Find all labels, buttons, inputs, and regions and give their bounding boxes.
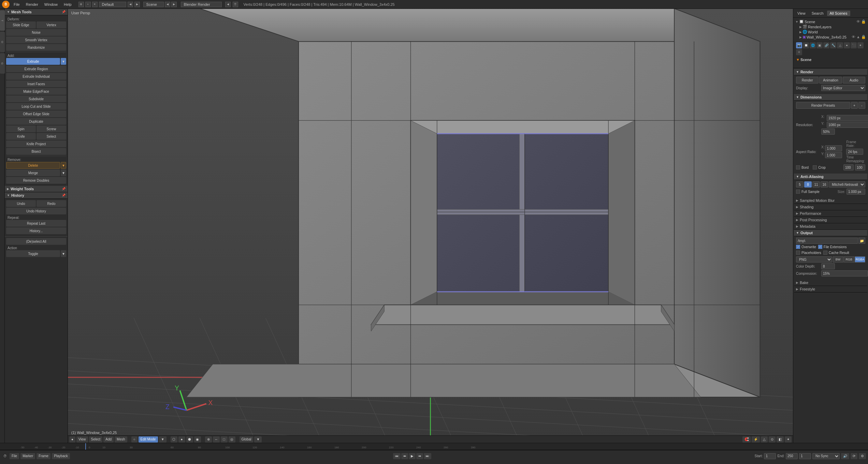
prev-frame-btn[interactable]: ⬅ (401, 453, 408, 459)
menu-render[interactable]: Render (23, 2, 41, 7)
render-presets-btn[interactable]: Render Presets (796, 102, 850, 109)
tab-all-scenes[interactable]: All Scenes (827, 11, 850, 16)
extrude-region-btn[interactable]: Extrude Region (6, 65, 66, 72)
props-render-icon[interactable]: 📷 (796, 42, 802, 48)
scene-name[interactable]: Scene (143, 2, 164, 7)
orientation-btn[interactable]: Global (240, 436, 254, 443)
size-input[interactable] (847, 189, 865, 195)
performance-section[interactable]: ▶ Performance (794, 210, 867, 217)
screen-split-icon[interactable]: ⊞ (78, 2, 84, 7)
spin-btn[interactable]: Spin (6, 125, 36, 132)
redo-btn[interactable]: Redo (37, 200, 66, 207)
vtab-options[interactable]: O (0, 32, 5, 52)
freestyle-section[interactable]: ▶ Freestyle (794, 286, 867, 293)
aa-filter-select[interactable]: Mitchell-Netravali (829, 181, 865, 188)
res-y-input[interactable] (827, 122, 868, 128)
shading-tex[interactable]: ⬢ (186, 436, 193, 443)
occlude[interactable]: ◧ (777, 436, 784, 443)
history-dot-btn[interactable]: History... (6, 227, 66, 234)
vtab-grease[interactable]: G (0, 53, 5, 74)
history-header[interactable]: ▼ History 📌 (5, 192, 68, 199)
snap2-icon[interactable]: ⚡ (752, 436, 760, 443)
repeat-last-btn[interactable]: Repeat Last (6, 220, 66, 227)
engine-nav[interactable]: ◀ (225, 2, 231, 7)
bisect-btn[interactable]: Bisect (6, 148, 66, 155)
frame-rate-input[interactable] (846, 149, 863, 155)
audio-mute[interactable]: 🔊 (841, 453, 849, 459)
screen-name[interactable]: Default (99, 2, 126, 7)
noise-btn[interactable]: Noise (6, 29, 66, 36)
tab-search[interactable]: Search (809, 11, 826, 16)
snap-icon[interactable]: 🧲 (742, 436, 751, 443)
loop-cut-btn[interactable]: Loop Cut and Slide (6, 103, 66, 110)
toggle-dropdown[interactable]: ▼ (61, 250, 66, 257)
inset-faces-btn[interactable]: Inset Faces (6, 80, 66, 87)
play-btn[interactable]: ▶ (409, 453, 416, 459)
aa-header[interactable]: ▼ Anti-Aliasing (794, 174, 867, 180)
placeholders-checkbox[interactable] (796, 251, 800, 255)
color-depth-input[interactable] (821, 263, 835, 269)
offset-edge-btn[interactable]: Offset Edge Slide (6, 110, 66, 117)
duplicate-btn[interactable]: Duplicate (6, 118, 66, 125)
shading-render[interactable]: ◉ (194, 436, 201, 443)
props-object-icon[interactable]: ▣ (816, 42, 823, 48)
mesh-menu[interactable]: Mesh (115, 436, 127, 443)
timeline-settings[interactable]: ⚙ (859, 453, 866, 459)
props-physics-icon[interactable]: ⚛ (796, 49, 802, 55)
knife-project-btn[interactable]: Knife Project (6, 140, 66, 147)
slide-edge-btn[interactable]: Slide Edge (6, 21, 36, 28)
next-frame-btn[interactable]: ➡ (416, 453, 423, 459)
tree-object[interactable]: ▶ ▣ Wall_Window_3x4x0.25 👁 ▲ 🔒 (795, 34, 867, 40)
timeline-file-menu[interactable]: File (10, 453, 19, 459)
shading-section[interactable]: ▶ Shading (794, 204, 867, 210)
knife-btn[interactable]: Knife (6, 133, 36, 140)
output-path-browse[interactable]: 📁 (858, 238, 865, 244)
menu-help[interactable]: Help (61, 2, 74, 7)
mesh-tools-pin[interactable]: 📌 (62, 10, 66, 14)
current-frame[interactable] (799, 453, 811, 459)
props-constraints-icon[interactable]: 🔗 (823, 42, 829, 48)
props-particles-icon[interactable]: ✦ (857, 42, 864, 48)
jump-start-btn[interactable]: ⏮ (393, 453, 401, 459)
delete-btn[interactable]: Delete (6, 162, 60, 169)
format-select[interactable]: PNG (796, 256, 832, 263)
render-header[interactable]: ▼ Render (794, 69, 867, 75)
start-frame[interactable] (764, 453, 776, 459)
smb-section[interactable]: ▶ Sampled Motion Blur (794, 197, 867, 204)
props-data-icon[interactable]: △ (837, 42, 843, 48)
render-icon[interactable]: ☰ (233, 2, 238, 7)
res-x-input[interactable] (827, 115, 868, 121)
history-pin[interactable]: 📌 (62, 194, 66, 197)
bord-checkbox[interactable] (796, 165, 800, 169)
deselect-all-btn[interactable]: (De)select All (6, 238, 66, 245)
output-path-input[interactable] (796, 238, 858, 244)
shading-wire[interactable]: ⬡ (171, 436, 177, 443)
mode-dropdown[interactable]: ▼ (159, 436, 167, 443)
aa-5[interactable]: 5 (796, 181, 804, 188)
screen-add-icon[interactable]: + (85, 2, 91, 7)
toggle-btn[interactable]: Toggle (6, 250, 60, 257)
merge-dropdown-btn[interactable]: ▼ (61, 169, 66, 176)
aa-11[interactable]: 11 (812, 181, 820, 188)
screen-nav-prev[interactable]: ◀ (128, 2, 133, 7)
rgba-btn[interactable]: RGBA (855, 256, 865, 263)
aa-8[interactable]: 8 (804, 181, 812, 188)
display-select[interactable]: Image Editor (821, 85, 865, 91)
screen-close-icon[interactable]: ✕ (92, 2, 98, 7)
sync-select[interactable]: No Sync (812, 453, 840, 459)
time-new-input[interactable] (855, 164, 865, 170)
onion-skin[interactable]: ⊙ (769, 436, 776, 443)
undo-history-btn[interactable]: Undo History (6, 208, 66, 214)
res-percent-input[interactable] (821, 129, 835, 135)
mesh-tools-header[interactable]: ▼ Mesh Tools 📌 (5, 9, 68, 15)
scene-nav[interactable]: ◀ (165, 2, 170, 7)
tree-render-layers[interactable]: ▶ 🎬 RenderLayers (795, 24, 867, 29)
metadata-section[interactable]: ▶ Metadata (794, 223, 867, 230)
menu-window[interactable]: Window (42, 2, 60, 7)
timeline-frame-menu[interactable]: Frame (37, 453, 50, 459)
extrude-individual-btn[interactable]: Extrude Individual (6, 73, 66, 80)
jump-end-btn[interactable]: ⏭ (424, 453, 431, 459)
aspect-x-input[interactable] (825, 145, 842, 151)
render-presets-remove[interactable]: - (858, 102, 865, 109)
merge-btn[interactable]: Merge (6, 169, 60, 176)
